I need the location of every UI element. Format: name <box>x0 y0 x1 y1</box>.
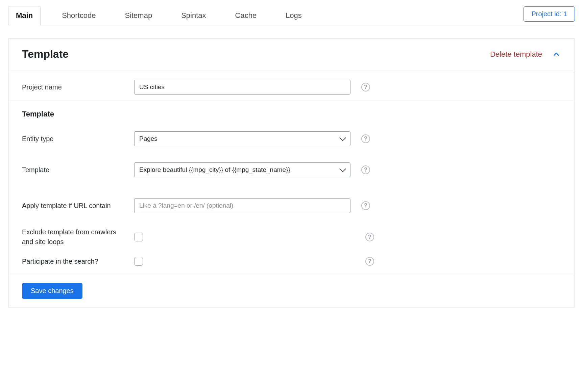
tab-main[interactable]: Main <box>8 6 41 25</box>
tab-bar: Main Shortcode Sitemap Spintax Cache Log… <box>8 6 575 25</box>
label-project-name: Project name <box>22 83 127 91</box>
help-entity-type[interactable]: ? <box>361 134 370 143</box>
entity-type-select[interactable]: Pages <box>134 131 350 146</box>
row-exclude: Exclude template from crawlers and site … <box>8 224 575 250</box>
row-participate: Participate in the search? ? <box>8 254 575 269</box>
apply-url-input[interactable] <box>134 198 350 213</box>
tab-spintax[interactable]: Spintax <box>173 6 214 25</box>
row-template: Template Explore beautiful {{mpg_city}} … <box>8 158 575 182</box>
tab-logs[interactable]: Logs <box>278 6 310 25</box>
chevron-up-icon <box>553 51 560 58</box>
tab-sitemap[interactable]: Sitemap <box>117 6 160 25</box>
row-apply-url: Apply template if URL contain ? <box>8 193 575 218</box>
label-template: Template <box>22 166 127 174</box>
template-select[interactable]: Explore beautiful {{mpg_city}} of {{mpg_… <box>134 162 350 177</box>
exclude-checkbox[interactable] <box>134 233 143 241</box>
help-apply-url[interactable]: ? <box>361 201 370 210</box>
participate-checkbox[interactable] <box>134 257 143 266</box>
help-exclude[interactable]: ? <box>365 233 374 241</box>
tab-cache[interactable]: Cache <box>227 6 265 25</box>
label-entity-type: Entity type <box>22 135 127 143</box>
tab-shortcode[interactable]: Shortcode <box>54 6 103 25</box>
section-title-template: Template <box>8 102 575 122</box>
collapse-toggle[interactable] <box>552 50 561 59</box>
row-entity-type: Entity type Pages ? <box>8 127 575 151</box>
help-participate[interactable]: ? <box>365 257 374 266</box>
project-id-badge: Project id: 1 <box>524 6 575 22</box>
label-participate: Participate in the search? <box>22 258 127 265</box>
panel-title: Template <box>22 48 490 60</box>
help-project-name[interactable]: ? <box>361 83 370 92</box>
template-panel: Template Delete template Project name ? … <box>8 38 575 308</box>
help-template[interactable]: ? <box>361 165 370 174</box>
project-name-input[interactable] <box>134 80 350 95</box>
label-exclude: Exclude template from crawlers and site … <box>22 227 127 247</box>
row-project-name: Project name ? <box>8 72 575 102</box>
panel-footer: Save changes <box>8 274 575 308</box>
panel-header: Template Delete template <box>8 38 575 72</box>
save-button[interactable]: Save changes <box>22 283 82 299</box>
label-apply-url: Apply template if URL contain <box>22 202 127 210</box>
delete-template-link[interactable]: Delete template <box>490 50 542 59</box>
